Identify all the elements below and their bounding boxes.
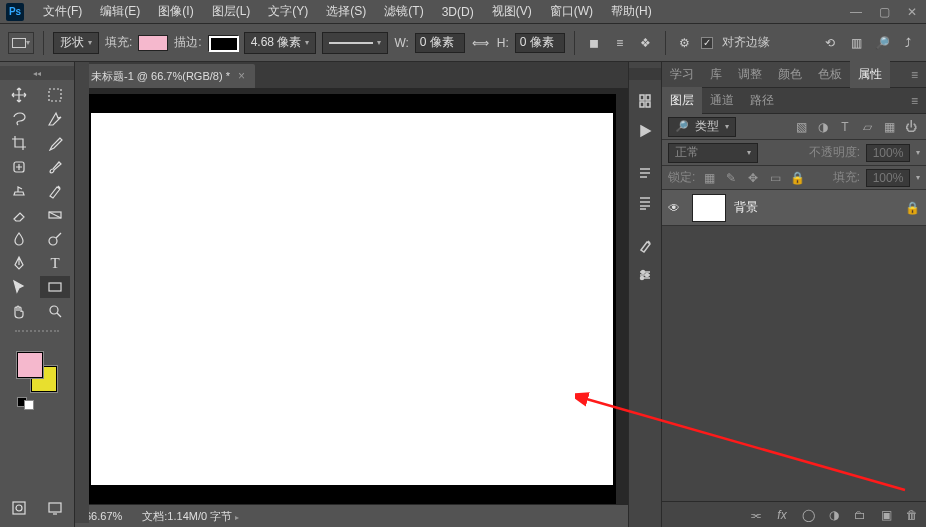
stroke-style-dropdown[interactable]: ▾: [322, 32, 388, 54]
layer-row[interactable]: 👁 背景 🔒: [662, 190, 926, 226]
marquee-tool[interactable]: [40, 84, 70, 106]
menu-help[interactable]: 帮助(H): [602, 0, 661, 23]
tab-swatches[interactable]: 色板: [810, 61, 850, 88]
new-adjustment-icon[interactable]: ◑: [826, 508, 842, 522]
panel-menu-icon[interactable]: ≡: [903, 64, 926, 86]
link-wh-icon[interactable]: ⟺: [471, 33, 491, 53]
menu-edit[interactable]: 编辑(E): [91, 0, 149, 23]
menu-view[interactable]: 视图(V): [483, 0, 541, 23]
move-tool[interactable]: [4, 84, 34, 106]
brush-tool[interactable]: [40, 156, 70, 178]
canvas[interactable]: [91, 113, 613, 485]
window-maximize-button[interactable]: ▢: [870, 2, 898, 22]
link-layers-icon[interactable]: ⫘: [748, 508, 764, 522]
crop-tool[interactable]: [4, 132, 34, 154]
menu-type[interactable]: 文字(Y): [259, 0, 317, 23]
dodge-tool[interactable]: [40, 228, 70, 250]
fill-color-swatch[interactable]: [138, 35, 168, 51]
lock-transparency-icon[interactable]: ▦: [701, 170, 717, 186]
paragraph-panel-icon[interactable]: [632, 160, 658, 186]
tab-adjust[interactable]: 调整: [730, 61, 770, 88]
layer-mask-icon[interactable]: ◯: [800, 508, 816, 522]
actions-panel-icon[interactable]: [632, 118, 658, 144]
lasso-tool[interactable]: [4, 108, 34, 130]
height-field[interactable]: 0 像素: [515, 33, 565, 53]
menu-3d[interactable]: 3D(D): [433, 2, 483, 22]
stroke-color-swatch[interactable]: [208, 35, 238, 51]
filter-adjust-icon[interactable]: ◑: [814, 118, 832, 136]
color-swatches[interactable]: [17, 352, 57, 392]
eyedropper-tool[interactable]: [40, 132, 70, 154]
lock-position-icon[interactable]: ✥: [745, 170, 761, 186]
gear-icon[interactable]: ⚙: [675, 33, 695, 53]
layer-name[interactable]: 背景: [734, 199, 758, 216]
lock-pixels-icon[interactable]: ✎: [723, 170, 739, 186]
path-select-tool[interactable]: [4, 276, 34, 298]
filter-shape-icon[interactable]: ▱: [858, 118, 876, 136]
menu-select[interactable]: 选择(S): [317, 0, 375, 23]
history-panel-icon[interactable]: [632, 88, 658, 114]
layers-list[interactable]: 👁 背景 🔒: [662, 190, 926, 501]
path-operations-icon[interactable]: ◼: [584, 33, 604, 53]
menu-layer[interactable]: 图层(L): [203, 0, 260, 23]
doc-info[interactable]: 文档:1.14M/0 字节 ▸: [142, 509, 239, 524]
zoom-level[interactable]: 66.67%: [85, 510, 122, 522]
layers-panel-menu-icon[interactable]: ≡: [903, 90, 926, 112]
foreground-color-swatch[interactable]: [17, 352, 43, 378]
close-tab-icon[interactable]: ×: [238, 69, 245, 83]
new-layer-icon[interactable]: ▣: [878, 508, 894, 522]
hand-tool[interactable]: [4, 300, 34, 322]
tool-preset-picker[interactable]: ▾: [8, 32, 34, 54]
character-panel-icon[interactable]: [632, 190, 658, 216]
opacity-field[interactable]: 100%: [866, 144, 910, 162]
filter-toggle-icon[interactable]: ⏻: [902, 118, 920, 136]
filter-type-icon[interactable]: T: [836, 118, 854, 136]
healing-brush-tool[interactable]: [4, 156, 34, 178]
document-tab[interactable]: 未标题-1 @ 66.7%(RGB/8) * ×: [81, 64, 255, 88]
filter-smart-icon[interactable]: ▦: [880, 118, 898, 136]
menu-window[interactable]: 窗口(W): [541, 0, 602, 23]
visibility-toggle-icon[interactable]: 👁: [668, 201, 684, 215]
width-field[interactable]: 0 像素: [415, 33, 465, 53]
pen-tool[interactable]: [4, 252, 34, 274]
stroke-width-field[interactable]: 4.68 像素▾: [244, 32, 317, 54]
shape-mode-dropdown[interactable]: 形状▾: [53, 32, 99, 54]
share-icon[interactable]: ⤴: [898, 33, 918, 53]
adjustments-panel-icon[interactable]: [632, 262, 658, 288]
clone-stamp-tool[interactable]: [4, 180, 34, 202]
align-edges-checkbox[interactable]: [701, 37, 713, 49]
brush-settings-panel-icon[interactable]: [632, 232, 658, 258]
menu-filter[interactable]: 滤镜(T): [375, 0, 432, 23]
default-colors-icon[interactable]: [17, 397, 34, 410]
new-group-icon[interactable]: 🗀: [852, 508, 868, 522]
tab-paths[interactable]: 路径: [742, 87, 782, 114]
menu-file[interactable]: 文件(F): [34, 0, 91, 23]
eraser-tool[interactable]: [4, 204, 34, 226]
window-close-button[interactable]: ✕: [898, 2, 926, 22]
zoom-tool[interactable]: [40, 300, 70, 322]
tab-properties[interactable]: 属性: [850, 61, 890, 88]
type-tool[interactable]: T: [40, 252, 70, 274]
window-minimize-button[interactable]: —: [842, 2, 870, 22]
expand-left-strip[interactable]: [75, 62, 89, 523]
search-icon[interactable]: 🔎: [872, 33, 892, 53]
layer-fx-icon[interactable]: fx: [774, 508, 790, 522]
path-arrangement-icon[interactable]: ❖: [636, 33, 656, 53]
collapse-toolbar-icon[interactable]: ◂◂: [0, 66, 74, 80]
tab-color[interactable]: 颜色: [770, 61, 810, 88]
history-brush-tool[interactable]: [40, 180, 70, 202]
menu-image[interactable]: 图像(I): [149, 0, 202, 23]
screen-mode-tool[interactable]: [40, 497, 70, 519]
rectangle-shape-tool[interactable]: [40, 276, 70, 298]
layer-filter-type[interactable]: 🔎类型▾: [668, 117, 736, 137]
layer-thumbnail[interactable]: [692, 194, 726, 222]
tab-layers[interactable]: 图层: [662, 87, 702, 114]
expand-panels-icon[interactable]: [629, 68, 661, 80]
tab-channels[interactable]: 通道: [702, 87, 742, 114]
blur-tool[interactable]: [4, 228, 34, 250]
quick-select-tool[interactable]: [40, 108, 70, 130]
path-alignment-icon[interactable]: ≡: [610, 33, 630, 53]
tab-learn[interactable]: 学习: [662, 61, 702, 88]
quick-mask-tool[interactable]: [4, 497, 34, 519]
gradient-tool[interactable]: [40, 204, 70, 226]
